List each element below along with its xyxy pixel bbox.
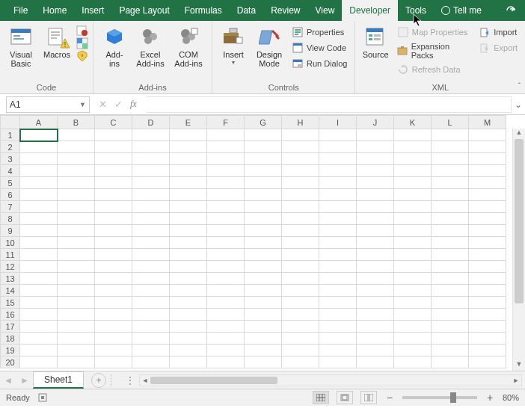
- cell[interactable]: [469, 237, 506, 249]
- page-break-view-button[interactable]: [360, 391, 377, 404]
- formula-input[interactable]: [146, 96, 512, 113]
- cell[interactable]: [432, 213, 469, 225]
- cell[interactable]: [245, 249, 282, 261]
- cell[interactable]: [207, 237, 245, 249]
- cell[interactable]: [357, 356, 394, 368]
- cell[interactable]: [394, 333, 432, 345]
- cell[interactable]: [469, 153, 506, 165]
- new-sheet-button[interactable]: +: [91, 373, 106, 388]
- cell[interactable]: [245, 333, 282, 345]
- zoom-slider[interactable]: [402, 396, 477, 399]
- cell[interactable]: [319, 237, 357, 249]
- design-mode-button[interactable]: Design Mode: [253, 23, 286, 68]
- cell[interactable]: [207, 261, 245, 273]
- macro-security-icon[interactable]: [76, 50, 88, 62]
- row-header[interactable]: 9: [1, 225, 20, 237]
- column-header[interactable]: G: [245, 116, 282, 129]
- cell[interactable]: [58, 333, 95, 345]
- row-header[interactable]: 5: [1, 177, 20, 189]
- cell[interactable]: [282, 356, 319, 368]
- record-macro-icon[interactable]: [76, 25, 88, 37]
- scrollbar-thumb[interactable]: [515, 139, 524, 303]
- tab-home[interactable]: Home: [35, 0, 74, 21]
- cell[interactable]: [170, 249, 207, 261]
- insert-function-button[interactable]: fx: [130, 99, 137, 110]
- row-header[interactable]: 16: [1, 309, 20, 321]
- cell[interactable]: [20, 356, 58, 368]
- zoom-out-button[interactable]: −: [384, 392, 395, 404]
- column-header[interactable]: M: [469, 116, 506, 129]
- cell[interactable]: [394, 285, 432, 297]
- cell[interactable]: [469, 249, 506, 261]
- column-header[interactable]: E: [170, 116, 207, 129]
- insert-control-button[interactable]: Insert ▾: [217, 23, 250, 66]
- row-header[interactable]: 4: [1, 165, 20, 177]
- vertical-scrollbar[interactable]: ▲ ▼: [512, 129, 525, 371]
- cell[interactable]: [58, 249, 95, 261]
- cell[interactable]: [170, 261, 207, 273]
- cell[interactable]: [95, 177, 132, 189]
- cell[interactable]: [282, 225, 319, 237]
- cell[interactable]: [207, 165, 245, 177]
- cell[interactable]: [20, 345, 58, 356]
- cell[interactable]: [394, 273, 432, 285]
- tab-developer[interactable]: Developer: [342, 0, 398, 21]
- cell[interactable]: [469, 225, 506, 237]
- row-header[interactable]: 14: [1, 285, 20, 297]
- excel-addins-button[interactable]: Excel Add-ins: [134, 23, 167, 68]
- row-header[interactable]: 3: [1, 153, 20, 165]
- cell[interactable]: [132, 189, 170, 201]
- cell[interactable]: [432, 129, 469, 141]
- cell[interactable]: [20, 201, 58, 213]
- zoom-in-button[interactable]: +: [485, 392, 495, 404]
- cell[interactable]: [58, 297, 95, 309]
- column-header[interactable]: A: [20, 116, 58, 129]
- cell[interactable]: [319, 273, 357, 285]
- cell[interactable]: [132, 333, 170, 345]
- cell[interactable]: [95, 345, 132, 356]
- cell[interactable]: [469, 261, 506, 273]
- cell[interactable]: [432, 237, 469, 249]
- cell[interactable]: [394, 129, 432, 141]
- tab-review[interactable]: Review: [263, 0, 307, 21]
- sheet-nav-next[interactable]: ►: [16, 375, 33, 386]
- cell[interactable]: [20, 273, 58, 285]
- cell[interactable]: [20, 165, 58, 177]
- cell[interactable]: [170, 237, 207, 249]
- cell[interactable]: [207, 249, 245, 261]
- row-header[interactable]: 20: [1, 356, 20, 368]
- cell[interactable]: [58, 165, 95, 177]
- cell[interactable]: [132, 273, 170, 285]
- cell[interactable]: [170, 225, 207, 237]
- cell[interactable]: [20, 237, 58, 249]
- cell[interactable]: [245, 237, 282, 249]
- cell[interactable]: [95, 309, 132, 321]
- cell[interactable]: [282, 237, 319, 249]
- cell[interactable]: [132, 165, 170, 177]
- cell[interactable]: [319, 129, 357, 141]
- cell[interactable]: [95, 153, 132, 165]
- cell[interactable]: [245, 356, 282, 368]
- cell[interactable]: [469, 129, 506, 141]
- cell[interactable]: [319, 249, 357, 261]
- tab-view[interactable]: View: [308, 0, 343, 21]
- cell[interactable]: [245, 345, 282, 356]
- row-header[interactable]: 6: [1, 189, 20, 201]
- cell[interactable]: [95, 249, 132, 261]
- column-header[interactable]: I: [319, 116, 357, 129]
- cell[interactable]: [394, 309, 432, 321]
- cell[interactable]: [319, 165, 357, 177]
- column-header[interactable]: J: [357, 116, 394, 129]
- cell[interactable]: [282, 213, 319, 225]
- cell[interactable]: [394, 297, 432, 309]
- cell[interactable]: [170, 309, 207, 321]
- cell[interactable]: [245, 261, 282, 273]
- cell[interactable]: [207, 356, 245, 368]
- select-all-corner[interactable]: [1, 116, 20, 129]
- cell[interactable]: [245, 177, 282, 189]
- scroll-right-arrow-icon[interactable]: ►: [511, 375, 521, 386]
- cell[interactable]: [357, 297, 394, 309]
- cell[interactable]: [20, 285, 58, 297]
- cell[interactable]: [245, 309, 282, 321]
- cell[interactable]: [245, 189, 282, 201]
